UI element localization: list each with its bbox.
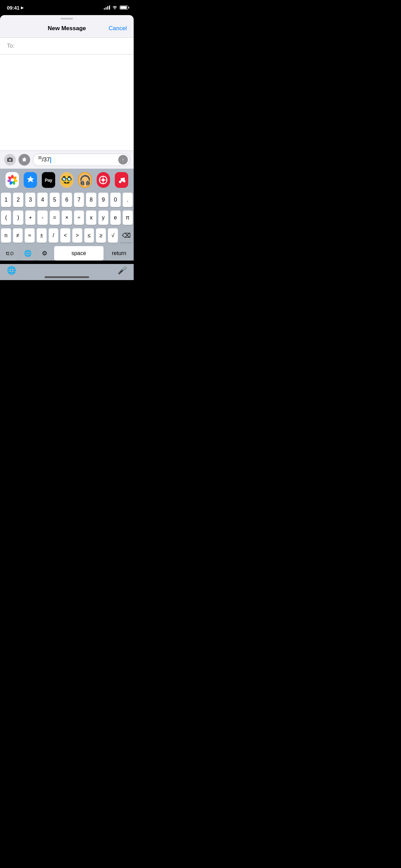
key-equals[interactable]: = <box>50 210 60 225</box>
key-7[interactable]: 7 <box>74 193 84 207</box>
key-approx[interactable]: ≈ <box>25 228 35 243</box>
sheet-handle-area <box>0 15 134 20</box>
to-field[interactable]: To: <box>0 38 134 55</box>
memoji1-app-icon[interactable]: 🥸 <box>60 172 73 188</box>
applepay-label: Pay <box>45 178 52 183</box>
delete-key[interactable]: ⌫ <box>120 228 133 243</box>
signal-bar-2 <box>106 7 107 10</box>
bottom-globe-button[interactable]: 🌐 <box>7 266 16 275</box>
status-bar: 09:41 ▶ <box>0 0 134 15</box>
status-time: 09:41 <box>7 5 20 11</box>
signal-bar-3 <box>107 6 108 10</box>
key-greaterequal[interactable]: ≥ <box>96 228 106 243</box>
header: New Message Cancel <box>0 20 134 38</box>
status-icons <box>104 5 128 10</box>
to-input[interactable] <box>16 43 127 49</box>
photos-app-icon[interactable] <box>5 172 19 188</box>
home-indicator <box>45 276 89 278</box>
memoji2-emoji: 🎧 <box>79 174 91 186</box>
key-x-var[interactable]: x <box>86 210 96 225</box>
send-button[interactable]: ↑ <box>118 155 128 165</box>
key-slash[interactable]: / <box>49 228 59 243</box>
message-input-bar[interactable]: 35/37 ↑ <box>33 154 130 166</box>
appstore-app-icon-svg <box>26 175 35 185</box>
appstore-icon <box>21 157 27 163</box>
signal-bar-1 <box>104 8 105 10</box>
applepay-text: Pay <box>45 178 52 183</box>
key-n-var[interactable]: n <box>1 228 11 243</box>
home-bar <box>0 276 134 280</box>
bottom-bar: 🌐 🎤 <box>0 264 134 276</box>
photos-icon-svg <box>6 174 19 186</box>
key-y-var[interactable]: y <box>98 210 108 225</box>
memoji1-emoji: 🥸 <box>61 174 73 186</box>
header-title: New Message <box>48 25 86 32</box>
toolbar: 35/37 ↑ <box>0 150 134 169</box>
camera-button[interactable] <box>4 154 16 166</box>
svg-point-8 <box>11 178 14 182</box>
music-icon-svg <box>117 176 126 184</box>
key-6[interactable]: 6 <box>62 193 72 207</box>
keyboard-row-4: fΣ∅ 🌐 ⚙ space return <box>1 246 133 261</box>
keyboard-row-2: ( ) + - = × ÷ x y e π <box>1 210 133 225</box>
key-fsigma[interactable]: fΣ∅ <box>1 246 18 261</box>
svg-point-14 <box>123 180 125 182</box>
key-0[interactable]: 0 <box>110 193 120 207</box>
key-9[interactable]: 9 <box>98 193 108 207</box>
key-divide[interactable]: ÷ <box>74 210 84 225</box>
key-plusminus[interactable]: ± <box>37 228 47 243</box>
key-openparen[interactable]: ( <box>1 210 11 225</box>
key-multiply-dot[interactable]: × <box>62 210 72 225</box>
key-space[interactable]: space <box>54 246 104 261</box>
battery-fill <box>120 6 127 9</box>
signal-bar-4 <box>109 5 110 10</box>
key-5[interactable]: 5 <box>50 193 60 207</box>
key-e-var[interactable]: e <box>110 210 120 225</box>
key-notequal[interactable]: ≠ <box>13 228 23 243</box>
key-plus[interactable]: + <box>25 210 35 225</box>
key-globe[interactable]: 🌐 <box>20 246 35 261</box>
key-4[interactable]: 4 <box>37 193 47 207</box>
camera-icon <box>7 157 13 162</box>
key-closeparen[interactable]: ) <box>13 210 23 225</box>
keyboard: 1 2 3 4 5 6 7 8 9 0 . ( ) + - = × ÷ x y … <box>0 191 134 261</box>
key-minus[interactable]: - <box>37 210 47 225</box>
key-2[interactable]: 2 <box>13 193 23 207</box>
key-greaterthan[interactable]: > <box>72 228 82 243</box>
key-lessequal[interactable]: ≤ <box>84 228 94 243</box>
key-pi[interactable]: π <box>123 210 133 225</box>
key-8[interactable]: 8 <box>86 193 96 207</box>
appstore-button[interactable] <box>19 154 30 166</box>
wifi-icon <box>112 5 118 10</box>
cancel-button[interactable]: Cancel <box>109 25 127 32</box>
bottom-mic-button[interactable]: 🎤 <box>118 266 127 275</box>
key-period[interactable]: . <box>123 193 133 207</box>
message-text: 35/37 <box>38 156 51 163</box>
svg-point-13 <box>119 181 121 183</box>
key-settings[interactable]: ⚙ <box>37 246 52 261</box>
appstore-app-icon[interactable] <box>24 172 37 188</box>
key-1[interactable]: 1 <box>1 193 11 207</box>
applepay-app-icon[interactable]: Pay <box>42 172 55 188</box>
key-lessthan[interactable]: < <box>60 228 70 243</box>
app-icons-row: Pay 🥸 🎧 <box>0 169 134 191</box>
key-sqrt[interactable]: √ <box>108 228 118 243</box>
music-app-icon[interactable] <box>115 172 128 188</box>
battery-icon <box>120 5 128 10</box>
key-return[interactable]: return <box>106 246 133 261</box>
web-icon-svg <box>99 176 108 184</box>
location-icon: ▶ <box>21 5 24 10</box>
web-app-icon[interactable] <box>97 172 110 188</box>
message-body[interactable] <box>0 55 134 150</box>
keyboard-row-1: 1 2 3 4 5 6 7 8 9 0 . <box>1 193 133 207</box>
memoji2-app-icon[interactable]: 🎧 <box>78 172 92 188</box>
send-arrow-icon: ↑ <box>122 157 124 162</box>
to-label: To: <box>7 43 15 49</box>
key-3[interactable]: 3 <box>25 193 35 207</box>
keyboard-row-3: n ≠ ≈ ± / < > ≤ ≥ √ ⌫ <box>1 228 133 243</box>
signal-bars <box>104 5 110 10</box>
